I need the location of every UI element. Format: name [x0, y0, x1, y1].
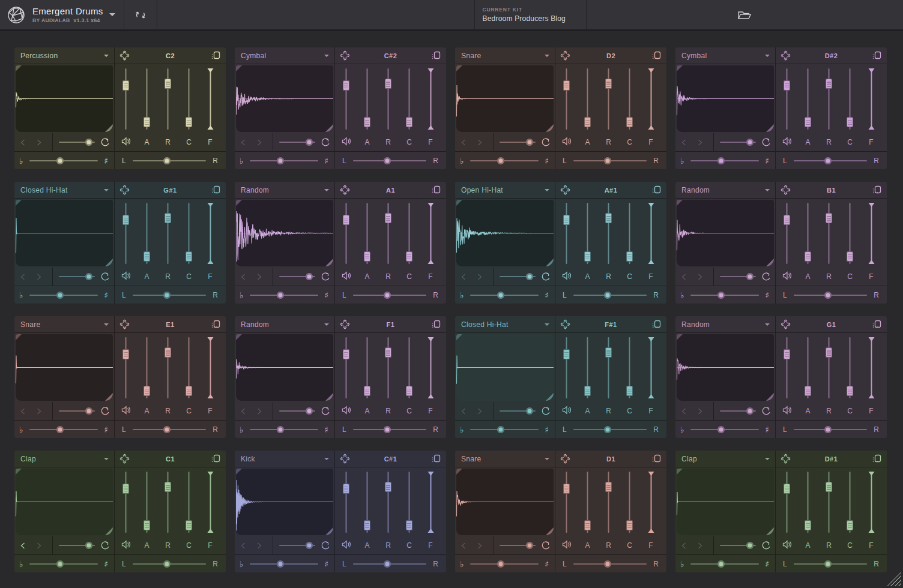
window-resize-handle[interactable] [887, 572, 901, 586]
volume-slider-handle[interactable] [784, 215, 790, 225]
volume-slider-handle[interactable] [343, 80, 349, 91]
sample-history-slider[interactable] [720, 541, 756, 550]
pan-knob[interactable] [604, 292, 611, 299]
pitch-slider[interactable] [470, 425, 539, 434]
prev-sample-button[interactable] [235, 133, 251, 151]
pitch-slider[interactable] [250, 425, 319, 434]
release-slider[interactable] [824, 68, 834, 130]
color-slider[interactable] [624, 472, 635, 533]
color-slider[interactable] [845, 472, 855, 533]
attack-slider[interactable] [142, 68, 152, 130]
release-slider-handle[interactable] [826, 213, 832, 223]
filter-range-slider[interactable] [646, 203, 656, 264]
pad-type-dropdown[interactable]: Closed Hi-Hat [455, 316, 555, 333]
attack-slider-handle[interactable] [584, 520, 591, 530]
waveform-display[interactable] [236, 469, 333, 535]
sample-history-slider[interactable] [59, 137, 95, 147]
refresh-plugin-button[interactable] [124, 0, 157, 29]
drag-export-button[interactable] [431, 454, 441, 464]
volume-slider-handle[interactable] [784, 80, 790, 91]
pad-type-dropdown[interactable]: Kick [235, 451, 335, 467]
attack-slider-handle[interactable] [584, 117, 591, 127]
volume-slider[interactable] [561, 68, 572, 130]
attack-slider-handle[interactable] [143, 386, 150, 396]
pad-type-dropdown[interactable]: Snare [455, 451, 555, 467]
pitch-slider[interactable] [29, 156, 98, 166]
release-slider[interactable] [603, 337, 614, 398]
pad-type-dropdown[interactable]: Random [675, 182, 776, 199]
prev-sample-button[interactable] [675, 536, 692, 554]
attack-slider[interactable] [803, 203, 813, 264]
pan-slider[interactable] [133, 290, 207, 300]
attack-slider[interactable] [142, 203, 152, 264]
color-slider-handle[interactable] [847, 386, 853, 396]
drag-export-button[interactable] [431, 319, 441, 329]
pan-knob[interactable] [384, 157, 391, 164]
pitch-knob[interactable] [277, 292, 284, 299]
filter-high-handle[interactable] [427, 68, 433, 73]
filter-range-slider[interactable] [205, 203, 216, 264]
volume-slider[interactable] [561, 337, 572, 398]
release-slider-handle[interactable] [385, 347, 391, 358]
filter-range-slider[interactable] [426, 472, 436, 533]
color-slider[interactable] [624, 68, 635, 130]
pad-type-dropdown[interactable]: Snare [455, 47, 555, 64]
release-slider[interactable] [824, 203, 834, 264]
generate-sample-button[interactable] [540, 271, 551, 282]
waveform-display[interactable] [16, 200, 113, 266]
filter-low-handle[interactable] [648, 394, 654, 398]
filter-high-handle[interactable] [868, 68, 874, 73]
drag-export-button[interactable] [651, 319, 662, 329]
pan-slider[interactable] [794, 425, 868, 434]
app-menu-caret-icon[interactable] [109, 13, 115, 16]
volume-slider-handle[interactable] [343, 349, 349, 359]
prev-sample-button[interactable] [455, 536, 471, 554]
waveform-display[interactable] [677, 65, 774, 132]
waveform-display[interactable] [456, 200, 554, 266]
pitch-knob[interactable] [717, 560, 725, 568]
color-slider[interactable] [404, 68, 414, 130]
filter-low-handle[interactable] [868, 260, 874, 264]
volume-slider-handle[interactable] [122, 215, 129, 225]
move-pad-handle[interactable] [781, 50, 791, 61]
prev-sample-button[interactable] [235, 268, 251, 286]
release-slider[interactable] [383, 68, 393, 130]
filter-high-handle[interactable] [648, 472, 654, 476]
filter-high-handle[interactable] [427, 203, 433, 207]
attack-slider[interactable] [582, 337, 593, 398]
drag-export-button[interactable] [872, 319, 882, 329]
drag-export-button[interactable] [651, 50, 662, 61]
pan-knob[interactable] [384, 426, 391, 433]
pan-slider[interactable] [133, 425, 207, 434]
next-sample-button[interactable] [31, 536, 47, 554]
sample-history-knob[interactable] [306, 542, 313, 549]
color-slider[interactable] [845, 337, 855, 398]
generate-sample-button[interactable] [320, 540, 331, 551]
pitch-slider[interactable] [29, 425, 98, 434]
pitch-slider[interactable] [470, 290, 539, 300]
release-slider[interactable] [603, 203, 614, 264]
prev-sample-button[interactable] [14, 268, 31, 286]
sample-history-knob[interactable] [85, 407, 92, 415]
color-slider[interactable] [404, 203, 414, 264]
pitch-knob[interactable] [717, 157, 725, 164]
color-slider[interactable] [404, 472, 414, 533]
attack-slider-handle[interactable] [364, 386, 370, 396]
pad-type-dropdown[interactable]: Percussion [14, 47, 115, 64]
color-slider[interactable] [404, 337, 414, 398]
color-slider[interactable] [184, 337, 194, 398]
pitch-slider[interactable] [29, 290, 98, 300]
prev-sample-button[interactable] [235, 402, 251, 420]
filter-low-handle[interactable] [868, 529, 874, 533]
pan-knob[interactable] [163, 426, 171, 433]
sample-history-knob[interactable] [526, 542, 533, 549]
move-pad-handle[interactable] [340, 50, 350, 61]
release-slider[interactable] [383, 337, 393, 398]
generate-sample-button[interactable] [320, 271, 331, 282]
waveform-display[interactable] [16, 334, 113, 401]
color-slider-handle[interactable] [406, 520, 412, 530]
move-pad-handle[interactable] [119, 50, 130, 61]
sample-history-slider[interactable] [279, 541, 315, 550]
attack-slider[interactable] [582, 203, 593, 264]
sample-history-knob[interactable] [306, 407, 313, 415]
